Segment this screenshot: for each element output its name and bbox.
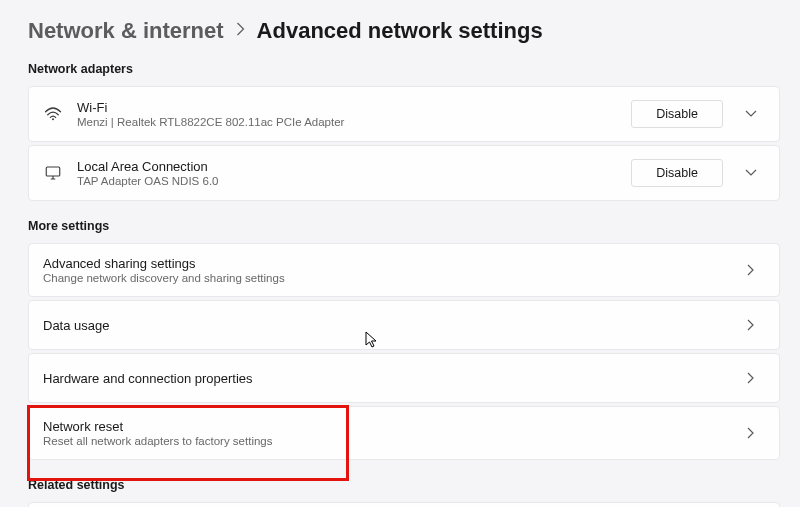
chevron-down-icon[interactable]	[737, 169, 765, 177]
wifi-icon	[43, 104, 63, 124]
adapter-subtitle: Menzi | Realtek RTL8822CE 802.11ac PCIe …	[77, 116, 617, 128]
row-title: Network reset	[43, 419, 723, 434]
row-title: Data usage	[43, 318, 723, 333]
chevron-right-icon	[737, 264, 765, 276]
chevron-right-icon	[737, 319, 765, 331]
row-title: Advanced sharing settings	[43, 256, 723, 271]
section-label-related: Related settings	[28, 478, 780, 492]
row-hardware-props[interactable]: Hardware and connection properties	[28, 353, 780, 403]
adapter-text: Wi-Fi Menzi | Realtek RTL8822CE 802.11ac…	[77, 100, 617, 128]
row-title: Hardware and connection properties	[43, 371, 723, 386]
adapter-subtitle: TAP Adapter OAS NDIS 6.0	[77, 175, 617, 187]
section-label-more: More settings	[28, 219, 780, 233]
disable-button[interactable]: Disable	[631, 159, 723, 187]
page-title: Advanced network settings	[257, 18, 543, 44]
row-text: Data usage	[43, 318, 723, 333]
disable-button[interactable]: Disable	[631, 100, 723, 128]
chevron-right-icon	[737, 372, 765, 384]
adapter-title: Local Area Connection	[77, 159, 617, 174]
row-subtitle: Change network discovery and sharing set…	[43, 272, 723, 284]
svg-rect-1	[46, 167, 60, 176]
monitor-icon	[43, 163, 63, 183]
section-label-adapters: Network adapters	[28, 62, 780, 76]
breadcrumb-parent[interactable]: Network & internet	[28, 18, 224, 44]
row-text: Network reset Reset all network adapters…	[43, 419, 723, 447]
adapter-title: Wi-Fi	[77, 100, 617, 115]
adapter-list: Wi-Fi Menzi | Realtek RTL8822CE 802.11ac…	[28, 86, 780, 201]
row-text: Hardware and connection properties	[43, 371, 723, 386]
row-subtitle: Reset all network adapters to factory se…	[43, 435, 723, 447]
related-row-cut[interactable]	[28, 502, 780, 507]
svg-point-0	[52, 118, 54, 120]
breadcrumb: Network & internet Advanced network sett…	[28, 18, 780, 44]
chevron-down-icon[interactable]	[737, 110, 765, 118]
chevron-right-icon	[737, 427, 765, 439]
more-settings-list: Advanced sharing settings Change network…	[28, 243, 780, 460]
chevron-right-icon	[236, 22, 245, 40]
row-data-usage[interactable]: Data usage	[28, 300, 780, 350]
row-advanced-sharing[interactable]: Advanced sharing settings Change network…	[28, 243, 780, 297]
adapter-row-wifi[interactable]: Wi-Fi Menzi | Realtek RTL8822CE 802.11ac…	[28, 86, 780, 142]
adapter-row-lan[interactable]: Local Area Connection TAP Adapter OAS ND…	[28, 145, 780, 201]
row-text: Advanced sharing settings Change network…	[43, 256, 723, 284]
row-network-reset[interactable]: Network reset Reset all network adapters…	[28, 406, 780, 460]
adapter-text: Local Area Connection TAP Adapter OAS ND…	[77, 159, 617, 187]
